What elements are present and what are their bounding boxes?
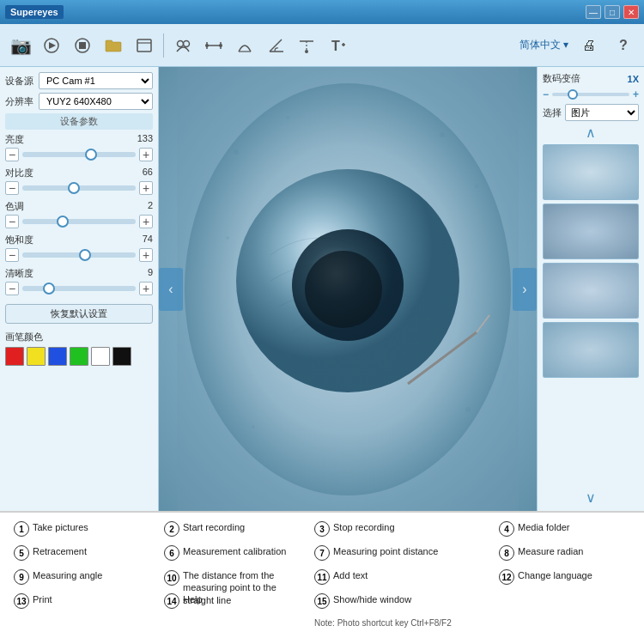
- sharpness-minus[interactable]: −: [5, 282, 19, 295]
- resolution-select[interactable]: YUY2 640X480: [39, 93, 153, 110]
- close-button[interactable]: ✕: [623, 5, 639, 19]
- zoom-label: 数码变倍: [543, 72, 580, 85]
- contrast-minus[interactable]: −: [5, 181, 19, 195]
- nav-right-button[interactable]: ›: [513, 268, 537, 311]
- saturation-track[interactable]: [22, 252, 136, 258]
- center-view: ‹ ›: [159, 67, 537, 511]
- color-white[interactable]: [91, 347, 110, 366]
- toolbar: 📷 T 简体中文 ▾ 🖨 ?: [0, 24, 644, 67]
- zoom-slider-row: − +: [543, 88, 639, 100]
- legend-item-14: 14 Help: [161, 592, 311, 616]
- reset-button[interactable]: 恢复默认设置: [5, 304, 153, 324]
- thumbnail-down-button[interactable]: ∨: [543, 489, 639, 506]
- saturation-minus[interactable]: −: [5, 248, 19, 262]
- zoom-section: 数码变倍 1X: [543, 72, 639, 85]
- legend-item-2: 2 Start recording: [161, 519, 311, 544]
- minimize-button[interactable]: —: [586, 5, 601, 19]
- app-logo: Supereyes: [5, 5, 64, 19]
- radian-icon[interactable]: [231, 32, 258, 59]
- zoom-plus[interactable]: +: [633, 88, 639, 100]
- hue-minus[interactable]: −: [5, 215, 19, 228]
- sharpness-slider-row: 清晰度 9 − +: [5, 267, 153, 295]
- legend-item-5: 5 Retracement: [10, 544, 161, 568]
- source-row: 设备源 PC Cam #1: [5, 72, 153, 89]
- source-label: 设备源: [5, 75, 35, 88]
- svg-point-27: [475, 185, 478, 188]
- calibration-icon[interactable]: [169, 32, 197, 59]
- left-panel: 设备源 PC Cam #1 分辨率 YUY2 640X480 设备参数 亮度 1…: [0, 67, 159, 511]
- legend-item-13: 13 Print: [10, 592, 161, 616]
- contrast-track[interactable]: [22, 185, 136, 191]
- zoom-value: 1X: [628, 74, 639, 84]
- svg-point-26: [440, 132, 445, 137]
- color-blue[interactable]: [48, 347, 67, 366]
- brightness-track[interactable]: [22, 152, 136, 157]
- sharpness-track[interactable]: [22, 286, 136, 291]
- color-red[interactable]: [5, 347, 24, 366]
- contrast-slider-row: 对比度 66 − +: [5, 167, 153, 195]
- print-icon[interactable]: 🖨: [575, 32, 603, 59]
- legend-item-12: 12 Change language: [495, 568, 624, 592]
- color-black[interactable]: [112, 347, 131, 366]
- legend-item-8: 8 Measure radian: [495, 544, 624, 568]
- hue-plus[interactable]: +: [139, 215, 153, 228]
- legend-item-15: 15 Show/hide window: [311, 592, 495, 616]
- color-green[interactable]: [70, 347, 88, 366]
- color-section: 画笔颜色: [5, 331, 153, 366]
- language-button[interactable]: 简体中文 ▾: [519, 38, 568, 52]
- maximize-button[interactable]: □: [605, 5, 620, 19]
- legend-item-3: 3 Stop recording: [311, 519, 495, 544]
- legend-item-7: 7 Measuring point distance: [311, 544, 495, 568]
- record-stop-icon[interactable]: [69, 32, 96, 59]
- color-yellow[interactable]: [27, 347, 46, 366]
- svg-point-24: [234, 149, 239, 155]
- legend-area: 1 Take pictures 2 Start recording 3 Stop…: [0, 511, 644, 644]
- svg-point-29: [465, 407, 471, 412]
- svg-rect-4: [137, 39, 151, 52]
- thumbnail-4[interactable]: [543, 322, 639, 378]
- thumbnail-up-button[interactable]: ∧: [543, 125, 639, 141]
- main-area: 设备源 PC Cam #1 分辨率 YUY2 640X480 设备参数 亮度 1…: [0, 67, 644, 511]
- legend-item-6: 6 Measurement calibration: [161, 544, 311, 568]
- view-label: 选择: [543, 106, 562, 119]
- view-select[interactable]: 图片: [565, 104, 639, 121]
- point-line-icon[interactable]: [293, 32, 320, 59]
- help-icon[interactable]: ?: [610, 32, 637, 59]
- toolbar-right: 简体中文 ▾ 🖨 ?: [519, 32, 637, 59]
- right-panel: 数码变倍 1X − + 选择 图片 ∧: [537, 67, 644, 511]
- color-swatches: [5, 347, 153, 366]
- hue-track[interactable]: [22, 219, 136, 224]
- hue-label: 色调: [5, 200, 24, 213]
- svg-text:T: T: [331, 39, 340, 53]
- folder-icon[interactable]: [100, 32, 127, 59]
- resolution-row: 分辨率 YUY2 640X480: [5, 93, 153, 110]
- legend-item-9: 9 Measuring angle: [10, 568, 161, 592]
- camera-icon[interactable]: 📷: [7, 32, 34, 59]
- contrast-plus[interactable]: +: [139, 181, 153, 195]
- thumbnail-3[interactable]: [543, 263, 639, 319]
- thumbnail-grid: [543, 144, 639, 486]
- sharpness-plus[interactable]: +: [139, 282, 153, 295]
- angle-icon[interactable]: [262, 32, 289, 59]
- zoom-slider[interactable]: [552, 93, 629, 96]
- params-title: 设备参数: [5, 113, 153, 130]
- microscope-image: ‹ ›: [159, 67, 537, 511]
- text-add-icon[interactable]: T: [324, 32, 351, 59]
- brightness-plus[interactable]: +: [139, 148, 153, 161]
- nav-left-button[interactable]: ‹: [159, 268, 183, 311]
- thumbnail-1[interactable]: [543, 144, 639, 200]
- settings-icon[interactable]: [131, 32, 158, 59]
- zoom-minus[interactable]: −: [543, 88, 549, 100]
- point-distance-icon[interactable]: [200, 32, 228, 59]
- svg-point-28: [226, 236, 229, 240]
- record-start-icon[interactable]: [38, 32, 65, 59]
- source-select[interactable]: PC Cam #1: [39, 72, 153, 89]
- legend-item-4: 4 Media folder: [495, 519, 624, 544]
- svg-point-7: [184, 40, 190, 46]
- resolution-label: 分辨率: [5, 95, 35, 108]
- brightness-minus[interactable]: −: [5, 148, 19, 161]
- saturation-plus[interactable]: +: [139, 248, 153, 262]
- thumbnail-2[interactable]: [543, 204, 639, 259]
- window-controls: — □ ✕: [586, 5, 639, 19]
- toolbar-separator-1: [163, 33, 164, 58]
